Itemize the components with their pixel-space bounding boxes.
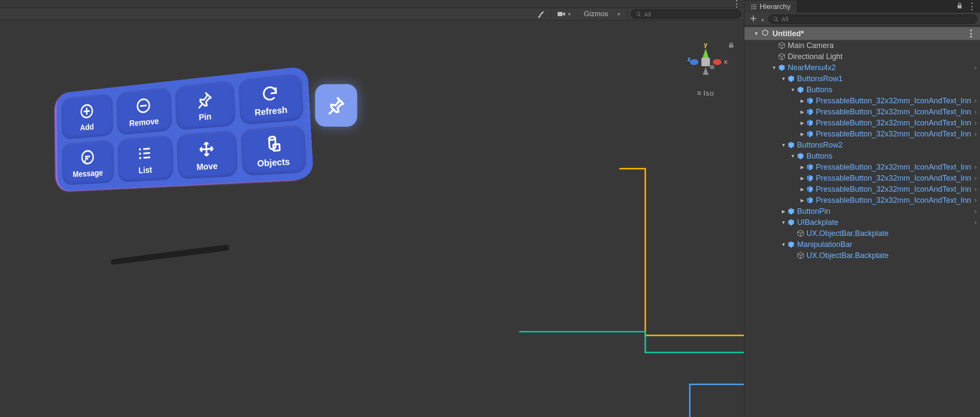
hierarchy-row-label: ButtonsRow1: [797, 74, 843, 83]
open-prefab-chevron-icon[interactable]: ›: [974, 64, 977, 71]
fold-caret-icon[interactable]: ▼: [789, 153, 796, 159]
hierarchy-row-label: PressableButton_32x32mm_IconAndText_Inn: [816, 96, 971, 105]
hierarchy-row[interactable]: ▼ButtonsRow1: [744, 73, 980, 84]
fold-caret-icon[interactable]: ▼: [780, 220, 787, 225]
open-prefab-chevron-icon[interactable]: ›: [974, 185, 977, 193]
scene-search-field[interactable]: [631, 9, 741, 19]
scene-search-input[interactable]: [644, 11, 737, 18]
open-prefab-chevron-icon[interactable]: ›: [974, 196, 977, 204]
scene-context-menu-icon[interactable]: ⋮: [966, 28, 976, 39]
near-menu-button-label: Objects: [257, 156, 290, 169]
tools-toggle-button[interactable]: [535, 9, 547, 19]
fold-caret-icon[interactable]: ▶: [799, 98, 806, 104]
hierarchy-row[interactable]: ▶PressableButton_32x32mm_IconAndText_Inn…: [744, 184, 980, 195]
hierarchy-row-label: ButtonsRow2: [797, 141, 843, 150]
near-menu-preview[interactable]: AddRemovePinRefreshMessageListMoveObject…: [56, 66, 313, 191]
fold-caret-icon[interactable]: ▶: [799, 176, 806, 181]
orientation-gizmo[interactable]: y z x 🔒︎ ≡Iso: [680, 42, 731, 98]
fold-caret-icon[interactable]: ▶: [799, 109, 806, 115]
hierarchy-row[interactable]: ▶PressableButton_32x32mm_IconAndText_Inn…: [744, 162, 980, 173]
gameobject-icon: [778, 52, 786, 61]
hierarchy-row[interactable]: ▶PressableButton_32x32mm_IconAndText_Inn…: [744, 106, 980, 117]
fold-caret-icon[interactable]: ▶: [799, 198, 806, 203]
fold-caret-icon[interactable]: ▼: [780, 242, 787, 247]
projection-toggle[interactable]: ≡Iso: [680, 89, 731, 98]
scene-pane-menu-icon[interactable]: ⋮: [732, 0, 741, 8]
gizmos-dropdown-button[interactable]: Gizmos: [581, 9, 611, 19]
hierarchy-row[interactable]: ▼Buttons: [744, 150, 980, 162]
projection-icon: ≡: [697, 89, 701, 98]
near-menu-button-label: Refresh: [254, 105, 288, 118]
open-prefab-chevron-icon[interactable]: ›: [974, 163, 977, 171]
svg-point-15: [139, 157, 141, 159]
near-menu-button-message[interactable]: Message: [62, 139, 114, 185]
panel-menu-icon[interactable]: ⋮: [967, 3, 977, 9]
fold-caret-icon[interactable]: ▼: [789, 87, 796, 92]
fold-caret-icon[interactable]: ▶: [799, 120, 806, 126]
gameobject-icon: [796, 251, 805, 260]
hierarchy-row[interactable]: ▼Buttons: [744, 84, 980, 95]
gameobject-icon: [778, 41, 786, 50]
near-menu-button-list[interactable]: List: [117, 135, 174, 182]
open-prefab-chevron-icon[interactable]: ›: [974, 119, 977, 127]
hierarchy-list-icon: [750, 3, 757, 10]
camera-icon: [557, 11, 566, 17]
svg-marker-2: [702, 48, 709, 59]
gizmo-lock-icon[interactable]: 🔒︎: [728, 42, 735, 49]
camera-mode-button[interactable]: ▼: [555, 9, 574, 19]
fold-caret-icon[interactable]: ▶: [799, 131, 806, 137]
near-menu-button-pin[interactable]: Pin: [175, 80, 236, 130]
hierarchy-row[interactable]: ▶PressableButton_32x32mm_IconAndText_Inn…: [744, 128, 980, 139]
hierarchy-row[interactable]: UX.ObjectBar.Backplate: [744, 228, 980, 239]
open-prefab-chevron-icon[interactable]: ›: [974, 207, 977, 215]
fold-caret-icon[interactable]: ▶: [799, 187, 806, 192]
search-icon: [635, 11, 641, 17]
tab-hierarchy[interactable]: Hierarchy: [744, 0, 797, 13]
scene-viewport[interactable]: y z x 🔒︎ ≡Iso AddRemovePinRefreshMessage…: [0, 20, 744, 417]
create-dropdown-button[interactable]: ＋▼: [747, 14, 766, 25]
hierarchy-row[interactable]: Directional Light: [744, 51, 980, 62]
hierarchy-row[interactable]: UX.ObjectBar.Backplate: [744, 250, 980, 261]
hierarchy-row[interactable]: ▼NearMenu4x2›: [744, 62, 980, 73]
button-pin-preview[interactable]: [315, 84, 357, 127]
open-prefab-chevron-icon[interactable]: ›: [974, 97, 977, 105]
near-menu-button-refresh[interactable]: Refresh: [238, 73, 304, 125]
near-menu-button-add[interactable]: Add: [61, 93, 114, 140]
panel-lock-icon[interactable]: [956, 2, 963, 11]
fold-caret-icon[interactable]: ▶: [780, 209, 787, 214]
near-menu-button-label: Message: [73, 168, 103, 179]
fold-caret-icon[interactable]: ▼: [780, 142, 787, 148]
hierarchy-row[interactable]: Main Camera: [744, 40, 980, 51]
hierarchy-row[interactable]: ▶PressableButton_32x32mm_IconAndText_Inn…: [744, 173, 980, 184]
hierarchy-row[interactable]: ▶PressableButton_32x32mm_IconAndText_Inn…: [744, 95, 980, 106]
hierarchy-search-input[interactable]: [781, 15, 973, 23]
scene-row[interactable]: ▼ Untitled* ⋮: [744, 27, 980, 40]
prefab-icon: [787, 207, 795, 216]
near-menu-button-move[interactable]: Move: [177, 130, 238, 179]
hierarchy-row-label: PressableButton_32x32mm_IconAndText_Inn: [816, 185, 971, 194]
manipulation-bar-preview[interactable]: [111, 244, 229, 265]
axis-gizmo-icon: y z x: [682, 42, 729, 84]
hierarchy-row[interactable]: ▼ButtonsRow2: [744, 139, 980, 150]
hierarchy-row[interactable]: ▶PressableButton_32x32mm_IconAndText_Inn…: [744, 195, 980, 206]
fold-caret-icon[interactable]: ▼: [771, 65, 778, 70]
fold-caret-icon[interactable]: ▶: [799, 165, 806, 170]
near-menu-button-label: Pin: [199, 112, 212, 123]
prefab-icon: [796, 85, 805, 94]
near-menu-button-objects[interactable]: Objects: [240, 125, 307, 176]
hierarchy-row[interactable]: ▼UIBackplate›: [744, 217, 980, 228]
hierarchy-row-label: Buttons: [806, 85, 832, 94]
hierarchy-search-field[interactable]: [768, 14, 977, 24]
fold-caret-icon[interactable]: ▼: [780, 76, 787, 81]
near-menu-button-remove[interactable]: Remove: [116, 87, 172, 135]
toolbar-separator: [551, 9, 551, 19]
fold-caret-icon[interactable]: ▼: [754, 31, 759, 37]
hierarchy-row[interactable]: ▶ButtonPin›: [744, 206, 980, 217]
hierarchy-row[interactable]: ▼ManipulationBar: [744, 239, 980, 250]
open-prefab-chevron-icon[interactable]: ›: [974, 130, 977, 138]
open-prefab-chevron-icon[interactable]: ›: [974, 108, 977, 116]
open-prefab-chevron-icon[interactable]: ›: [974, 174, 977, 182]
open-prefab-chevron-icon[interactable]: ›: [974, 218, 977, 226]
hierarchy-row[interactable]: ▶PressableButton_32x32mm_IconAndText_Inn…: [744, 117, 980, 128]
gizmos-caret-button[interactable]: ▼: [612, 9, 624, 19]
